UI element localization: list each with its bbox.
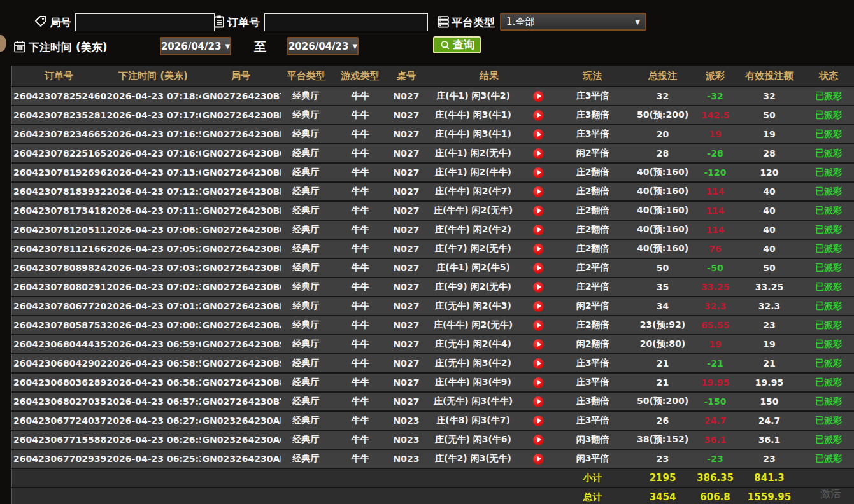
cell-round-no: GN027264230B9 xyxy=(201,335,281,354)
play-icon[interactable] xyxy=(533,225,544,235)
play-icon[interactable] xyxy=(533,301,544,312)
table-row: 2604230781121662026-04-23 07:05:27GN0272… xyxy=(12,239,854,258)
cell-platform: 经典厅 xyxy=(281,258,332,277)
cell-total-bet: 38(预:152) xyxy=(631,430,695,449)
cell-table-no: N027 xyxy=(389,392,424,411)
date-to-picker[interactable]: 2026/04/23 ▼ xyxy=(287,37,359,55)
platform-list-icon xyxy=(436,15,450,29)
table-row: 2604230680270352026-04-23 06:57:22GN0272… xyxy=(12,392,854,411)
platform-type-select[interactable]: 1.全部 ▼ xyxy=(500,13,646,31)
cell-result: 庄(牛2) 闲3(无牛) xyxy=(424,449,523,468)
cell-valid-bet: 36.1 xyxy=(736,430,803,449)
play-icon[interactable] xyxy=(533,339,544,350)
bet-time-label: 下注时间 (美东) xyxy=(29,38,107,56)
table-row: 2604230680362892026-04-23 06:58:20GN0272… xyxy=(12,373,854,392)
cell-round-no: GN027264230BF xyxy=(201,239,281,258)
total-payout: 606.8 xyxy=(695,487,736,504)
play-icon[interactable] xyxy=(533,282,544,293)
cell-play-type: 闲2翻倍 xyxy=(555,335,631,354)
play-icon[interactable] xyxy=(533,167,544,178)
cell-table-no: N027 xyxy=(389,335,424,354)
cell-valid-bet: 33.25 xyxy=(736,277,803,297)
play-icon[interactable] xyxy=(533,435,544,445)
play-icon[interactable] xyxy=(533,244,544,255)
play-icon[interactable] xyxy=(533,186,544,197)
cell-payout: 114 xyxy=(695,201,736,220)
cell-payout: -23 xyxy=(695,449,736,468)
cell-status: 已派彩 xyxy=(803,201,854,220)
cell-result: 庄(牛牛) 闲2(无牛) xyxy=(424,201,523,220)
cell-replay xyxy=(523,430,555,449)
cell-bet-time: 2026-04-23 06:26:54 xyxy=(106,430,201,449)
cell-order-no: 260423078183932 xyxy=(12,182,106,201)
cell-replay xyxy=(523,316,555,335)
table-row: 2604230782251652026-04-23 07:16:02GN0272… xyxy=(12,144,854,163)
cell-total-bet: 20(预:80) xyxy=(631,335,695,354)
cell-game-type: 牛牛 xyxy=(332,316,389,335)
play-icon[interactable] xyxy=(533,263,544,274)
total-valid: 1559.95 xyxy=(736,487,803,504)
play-icon[interactable] xyxy=(533,454,544,465)
cell-platform: 经典厅 xyxy=(281,430,332,449)
cell-valid-bet: 23 xyxy=(736,449,803,468)
chevron-down-icon: ▼ xyxy=(635,18,640,25)
order-no-input[interactable] xyxy=(264,13,428,31)
table-row: 2604230780802912026-04-23 07:02:33GN0272… xyxy=(12,277,854,297)
platform-type-label: 平台类型 xyxy=(452,13,495,31)
cell-round-no: GN027264230BN xyxy=(201,163,281,182)
cell-platform: 经典厅 xyxy=(281,182,332,201)
play-icon[interactable] xyxy=(533,416,544,426)
cell-payout: -50 xyxy=(695,258,736,277)
platform-type-value: 1.全部 xyxy=(506,16,534,28)
table-row: 2604230782346652026-04-23 07:16:59GN0272… xyxy=(12,125,854,144)
cell-valid-bet: 120 xyxy=(736,163,803,182)
cell-payout: 33.25 xyxy=(695,277,736,297)
subtotal-spacer xyxy=(12,468,555,487)
cell-replay xyxy=(523,258,555,277)
cell-platform: 经典厅 xyxy=(281,239,332,258)
cell-replay xyxy=(523,373,555,392)
cell-status: 已派彩 xyxy=(803,87,854,106)
cell-replay xyxy=(523,106,555,125)
play-icon[interactable] xyxy=(533,358,544,369)
cell-platform: 经典厅 xyxy=(281,411,332,430)
cell-result: 庄(牛牛) 闲3(牛1) xyxy=(424,106,523,125)
date-from-picker[interactable]: 2026/04/23 ▼ xyxy=(160,37,231,55)
cell-payout: 114 xyxy=(695,220,736,239)
cell-play-type: 庄3平倍 xyxy=(555,125,631,144)
cell-game-type: 牛牛 xyxy=(332,297,389,316)
cell-bet-time: 2026-04-23 06:58:59 xyxy=(106,354,201,373)
cell-bet-time: 2026-04-23 06:27:42 xyxy=(106,411,201,430)
round-no-input[interactable] xyxy=(75,13,215,31)
play-icon[interactable] xyxy=(533,377,544,388)
cell-table-no: N027 xyxy=(389,277,424,297)
cell-order-no: 260423078058753 xyxy=(12,316,106,335)
header-round-no: 局号 xyxy=(201,66,281,87)
cell-platform: 经典厅 xyxy=(281,106,332,125)
cell-bet-time: 2026-04-23 07:11:16 xyxy=(106,201,201,220)
play-icon[interactable] xyxy=(533,396,544,407)
cell-valid-bet: 21 xyxy=(736,354,803,373)
cell-round-no: GN027264230BT xyxy=(201,87,281,106)
play-icon[interactable] xyxy=(533,320,544,331)
table-row: 2604230680429022026-04-23 06:58:59GN0272… xyxy=(12,354,854,373)
cell-game-type: 牛牛 xyxy=(332,87,389,106)
cell-result: 庄(牛牛) 闲2(牛2) xyxy=(424,220,523,239)
play-icon[interactable] xyxy=(533,110,544,121)
cell-order-no: 260423068036289 xyxy=(12,373,106,392)
cell-bet-time: 2026-04-23 07:06:15 xyxy=(106,220,201,239)
activation-watermark: 激活 xyxy=(820,487,841,501)
cell-play-type: 庄3翻倍 xyxy=(555,106,631,125)
play-icon[interactable] xyxy=(533,91,544,102)
play-icon[interactable] xyxy=(533,148,544,159)
query-button[interactable]: 查询 xyxy=(433,36,481,53)
cell-order-no: 260423067724037 xyxy=(12,411,106,430)
cell-platform: 经典厅 xyxy=(281,297,332,316)
filter-bar: 局号 订单号 平台类型 1.全部 ▼ 下注时间 (美东) 2026/04/23 … xyxy=(0,0,854,66)
play-icon[interactable] xyxy=(533,206,544,216)
cell-replay xyxy=(523,449,555,468)
cell-replay xyxy=(523,239,555,258)
play-icon[interactable] xyxy=(533,129,544,140)
chevron-down-icon: ▼ xyxy=(225,43,230,50)
header-table-no: 桌号 xyxy=(389,66,424,87)
